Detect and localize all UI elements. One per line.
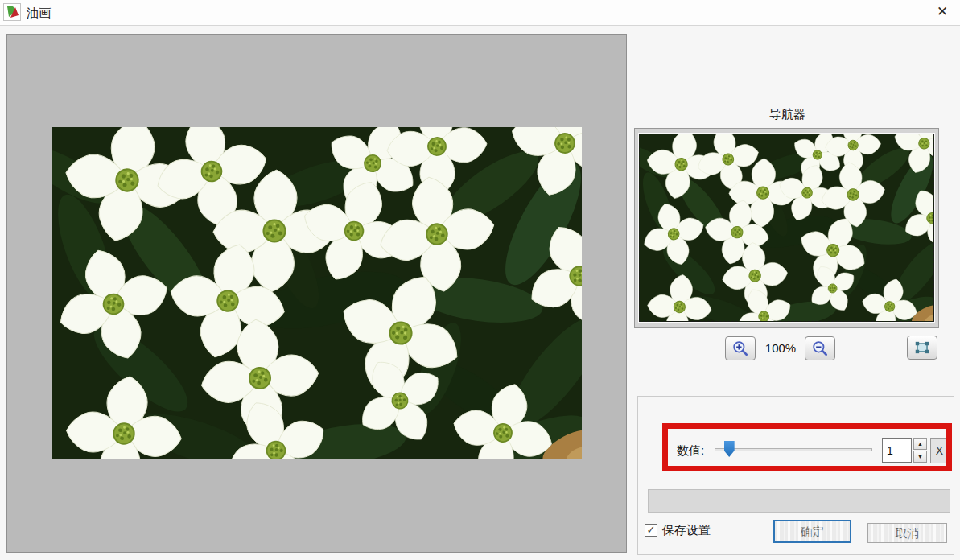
slider-track[interactable] (715, 448, 872, 451)
progress-bar (648, 489, 950, 513)
slider-thumb[interactable] (724, 441, 735, 457)
value-input[interactable] (882, 438, 912, 463)
save-settings-label: 保存设置 (662, 523, 711, 537)
checkmark-icon: ✓ (645, 525, 657, 536)
zoom-in-icon (731, 340, 749, 357)
window-title: 油画 (27, 0, 51, 25)
zoom-out-button[interactable] (805, 336, 835, 360)
value-slider[interactable] (715, 441, 872, 459)
navigator-thumbnail[interactable] (639, 134, 934, 322)
navigator-panel (634, 128, 939, 328)
fit-view-icon (913, 339, 931, 356)
save-settings-checkbox[interactable]: ✓ (645, 524, 657, 537)
navigator-title: 导航器 (636, 107, 939, 123)
value-spinner: ▲ ▼ (913, 438, 927, 463)
fit-view-button[interactable] (907, 336, 937, 360)
close-icon[interactable]: ✕ (929, 0, 955, 24)
value-label: 数值: (677, 438, 704, 463)
spinner-down-button[interactable]: ▼ (913, 451, 927, 463)
preview-canvas (6, 34, 627, 553)
app-icon (3, 3, 21, 21)
title-bar: 油画 ✕ (0, 0, 960, 26)
preview-image (52, 127, 582, 459)
ok-button[interactable]: 确定 (773, 520, 851, 543)
oil-paint-dialog: 油画 ✕ 导航器 100% (0, 0, 960, 560)
reset-x-button[interactable]: X (930, 438, 949, 463)
zoom-out-icon (811, 340, 829, 357)
spinner-up-button[interactable]: ▲ (913, 438, 927, 450)
zoom-in-button[interactable] (725, 336, 756, 360)
zoom-level-label: 100% (758, 336, 803, 360)
cancel-button[interactable]: 取消 (867, 523, 947, 543)
